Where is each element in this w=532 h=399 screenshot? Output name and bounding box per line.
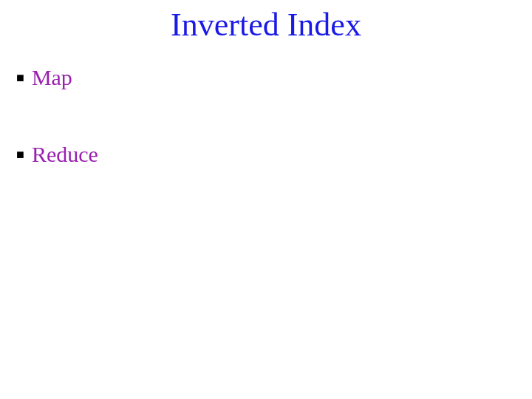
bullet-marker-icon: ■ <box>16 65 24 90</box>
bullet-item: ■ Map <box>16 65 504 90</box>
bullet-text: Map <box>32 65 72 90</box>
bullet-item: ■ Reduce <box>16 142 504 167</box>
bullet-text: Reduce <box>32 142 98 167</box>
bullet-list: ■ Map ■ Reduce <box>16 65 504 219</box>
slide-title: Inverted Index <box>0 6 532 44</box>
slide: Inverted Index ■ Map ■ Reduce <box>0 0 532 399</box>
bullet-marker-icon: ■ <box>16 142 24 167</box>
